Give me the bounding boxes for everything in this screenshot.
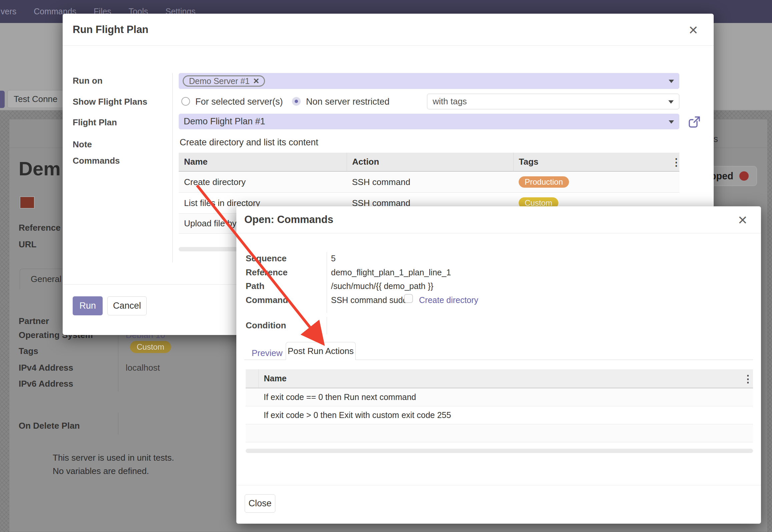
external-link-icon[interactable] bbox=[688, 116, 701, 128]
on-delete-plan-label: On Delete Plan bbox=[19, 421, 80, 431]
remove-tag-icon[interactable]: ✕ bbox=[253, 77, 259, 86]
flight-plan-label: Flight Plan bbox=[73, 117, 117, 128]
reference-label: Reference bbox=[246, 267, 288, 278]
commands-label: Commands bbox=[73, 156, 120, 166]
table-horizontal-scrollbar[interactable] bbox=[246, 449, 753, 453]
tabs-underline bbox=[356, 360, 753, 360]
table-options-icon[interactable]: ⋮ bbox=[743, 373, 752, 385]
unit-test-note-line1: This server is used in unit tests. bbox=[53, 453, 174, 463]
path-label: Path bbox=[246, 281, 264, 291]
table-row bbox=[246, 424, 753, 442]
footer-divider bbox=[236, 485, 761, 485]
screen: vers Commands Files Tools Settings Test … bbox=[0, 0, 772, 532]
table-row[interactable]: Create directory SSH command Production bbox=[179, 171, 679, 193]
table-row[interactable]: If exit code == 0 then Run next command bbox=[246, 388, 753, 406]
ipv4-value: localhost bbox=[126, 363, 160, 373]
commands-modal-close-icon[interactable]: ✕ bbox=[738, 214, 748, 226]
tags-value-badge: Custom bbox=[130, 341, 171, 353]
reference-value: demo_flight_plan_1_plan_line_1 bbox=[331, 268, 451, 277]
unit-test-note-line2: No variables are defined. bbox=[53, 466, 149, 476]
reference-label: Reference bbox=[19, 223, 61, 233]
cell-name[interactable]: Create directory bbox=[179, 171, 347, 193]
post-run-actions-table: Name If exit code == 0 then Run next com… bbox=[246, 369, 753, 442]
command-value: SSH command sudo bbox=[331, 295, 407, 305]
open-commands-modal: Open: Commands ✕ Sequence 5 Reference de… bbox=[236, 206, 761, 524]
header-divider bbox=[63, 45, 714, 46]
sequence-label: Sequence bbox=[246, 253, 287, 264]
show-flight-plans-label: Show Flight Plans bbox=[73, 97, 147, 107]
status-label: pped bbox=[710, 171, 733, 182]
table-options-icon[interactable]: ⋮ bbox=[671, 156, 681, 168]
run-on-label: Run on bbox=[73, 76, 103, 86]
note-label: Note bbox=[73, 139, 92, 150]
ipv4-label: IPv4 Address bbox=[19, 363, 73, 373]
tab-post-run-actions[interactable]: Post Run Actions bbox=[286, 342, 356, 360]
tag-badge: Production bbox=[519, 176, 569, 188]
dropdown-caret-icon[interactable] bbox=[669, 80, 674, 83]
close-button[interactable]: Close bbox=[245, 494, 275, 513]
cell-name[interactable]: If exit code == 0 then Run next command bbox=[258, 388, 753, 406]
condition-label: Condition bbox=[246, 320, 286, 331]
radio-non-server-restricted-label[interactable]: Non server restricted bbox=[306, 97, 390, 107]
cancel-button[interactable]: Cancel bbox=[107, 296, 147, 315]
flight-plan-field[interactable]: Demo Flight Plan #1 bbox=[179, 114, 679, 129]
primary-button-fragment[interactable] bbox=[0, 91, 5, 108]
tags-label: Tags bbox=[19, 346, 38, 356]
cell-name[interactable]: If exit code > 0 then Exit with custom e… bbox=[258, 406, 753, 424]
server-name-heading: Dem bbox=[19, 157, 61, 180]
commands-modal-title: Open: Commands bbox=[244, 214, 333, 226]
with-tags-value: with tags bbox=[433, 96, 467, 107]
label-column-separator bbox=[327, 252, 327, 313]
header-divider bbox=[236, 233, 761, 233]
url-label: URL bbox=[19, 239, 36, 250]
with-tags-select[interactable]: with tags bbox=[427, 94, 679, 109]
server-color-swatch[interactable] bbox=[20, 196, 35, 209]
partner-label: Partner bbox=[19, 316, 49, 326]
ipv6-label: IPv6 Address bbox=[19, 379, 73, 389]
tabs-underline bbox=[244, 360, 286, 360]
tab-preview[interactable]: Preview bbox=[252, 348, 282, 358]
radio-for-selected-servers[interactable] bbox=[181, 97, 190, 106]
run-on-field[interactable]: Demo Server #1 ✕ bbox=[179, 73, 679, 89]
radio-for-selected-servers-label[interactable]: For selected server(s) bbox=[195, 97, 283, 107]
command-label: Command bbox=[246, 295, 288, 305]
radio-non-server-restricted[interactable] bbox=[292, 97, 301, 106]
col-header-handle bbox=[246, 369, 258, 388]
note-value: Create directory and list its content bbox=[180, 137, 318, 148]
status-stopped-dot bbox=[739, 171, 749, 181]
dropdown-caret-icon[interactable] bbox=[668, 100, 674, 104]
col-header-name[interactable]: Name bbox=[258, 369, 753, 388]
dropdown-caret-icon[interactable] bbox=[669, 120, 674, 124]
col-header-tags[interactable]: Tags bbox=[513, 153, 679, 171]
label-column-separator bbox=[327, 317, 327, 334]
run-button[interactable]: Run bbox=[73, 296, 103, 315]
server-tag-label: Demo Server #1 bbox=[189, 76, 250, 86]
command-link[interactable]: Create directory bbox=[419, 295, 478, 305]
run-modal-close-icon[interactable]: ✕ bbox=[688, 24, 698, 36]
run-modal-title: Run Flight Plan bbox=[73, 24, 148, 36]
server-tag: Demo Server #1 ✕ bbox=[183, 75, 265, 87]
sudo-checkbox[interactable] bbox=[404, 294, 413, 303]
col-header-name[interactable]: Name bbox=[179, 153, 347, 171]
label-column-separator bbox=[172, 73, 173, 262]
sequence-value: 5 bbox=[331, 254, 336, 263]
cell-action[interactable]: SSH command bbox=[347, 171, 513, 193]
field-separator bbox=[118, 413, 118, 435]
col-header-action[interactable]: Action bbox=[347, 153, 513, 171]
path-value: /such/much/{{ demo_path }} bbox=[331, 281, 433, 291]
menu-item-servers[interactable]: vers bbox=[1, 7, 16, 16]
flight-plan-value: Demo Flight Plan #1 bbox=[184, 116, 265, 127]
table-row[interactable]: If exit code > 0 then Exit with custom e… bbox=[246, 406, 753, 424]
